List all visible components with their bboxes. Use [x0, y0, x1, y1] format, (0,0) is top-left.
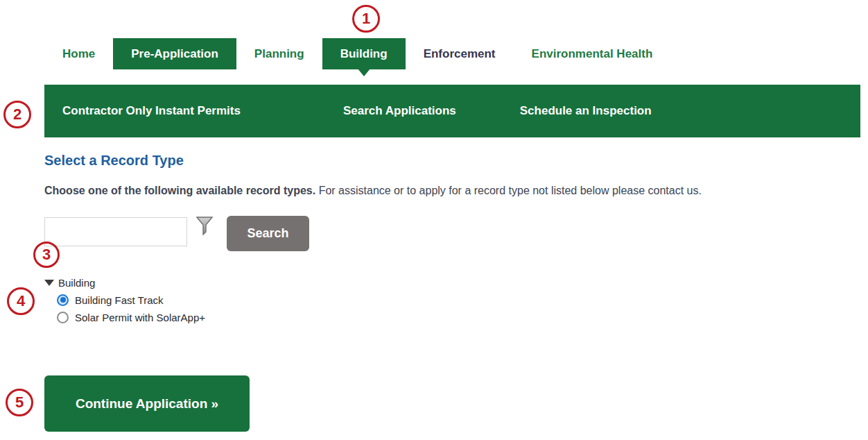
- tab-building[interactable]: Building: [322, 38, 406, 69]
- record-option-label: Solar Permit with SolarApp+: [75, 312, 205, 323]
- intro-text-regular: For assistance or to apply for a record …: [315, 185, 702, 196]
- record-option-label: Building Fast Track: [75, 294, 164, 306]
- annotation-circle-2: 2: [3, 101, 31, 128]
- top-tab-nav: Home Pre-Application Planning Building E…: [44, 38, 670, 69]
- annotation-circle-5: 5: [6, 389, 33, 416]
- annotation-circle-1: 1: [352, 5, 380, 33]
- record-type-tree: Building Building Fast Track Solar Permi…: [44, 276, 205, 324]
- tree-group-building[interactable]: Building: [44, 276, 205, 289]
- tab-enforcement[interactable]: Enforcement: [406, 38, 514, 69]
- subnav-search-applications[interactable]: Search Applications: [343, 104, 456, 118]
- intro-text: Choose one of the following available re…: [44, 185, 842, 197]
- tab-pre-application[interactable]: Pre-Application: [113, 38, 236, 69]
- subnav-schedule-an-inspection[interactable]: Schedule an Inspection: [520, 104, 652, 118]
- continue-application-button[interactable]: Continue Application »: [44, 375, 250, 432]
- record-option-solar-permit-solarapp[interactable]: Solar Permit with SolarApp+: [57, 310, 205, 324]
- funnel-icon: [196, 217, 213, 235]
- building-sub-nav-bar: Contractor Only Instant Permits Search A…: [44, 85, 860, 137]
- subnav-contractor-only-instant-permits[interactable]: Contractor Only Instant Permits: [62, 104, 241, 118]
- tab-home[interactable]: Home: [44, 38, 113, 69]
- filter-funnel-icon[interactable]: [196, 217, 213, 235]
- search-button[interactable]: Search: [227, 216, 309, 251]
- record-type-selection-page: Home Pre-Application Planning Building E…: [0, 0, 868, 440]
- record-option-building-fast-track[interactable]: Building Fast Track: [57, 293, 205, 307]
- tree-group-label: Building: [58, 277, 95, 289]
- tree-collapse-caret-icon[interactable]: [44, 280, 54, 286]
- page-title: Select a Record Type: [44, 153, 184, 169]
- tab-planning[interactable]: Planning: [236, 38, 322, 69]
- annotation-circle-4: 4: [7, 287, 35, 315]
- record-type-search-input[interactable]: [44, 217, 187, 246]
- tab-environmental-health[interactable]: Environmental Health: [514, 38, 671, 69]
- record-type-search-row: Search: [44, 216, 309, 251]
- radio-unselected-icon[interactable]: [57, 312, 69, 323]
- intro-text-bold: Choose one of the following available re…: [44, 185, 315, 196]
- radio-selected-icon[interactable]: [57, 294, 69, 306]
